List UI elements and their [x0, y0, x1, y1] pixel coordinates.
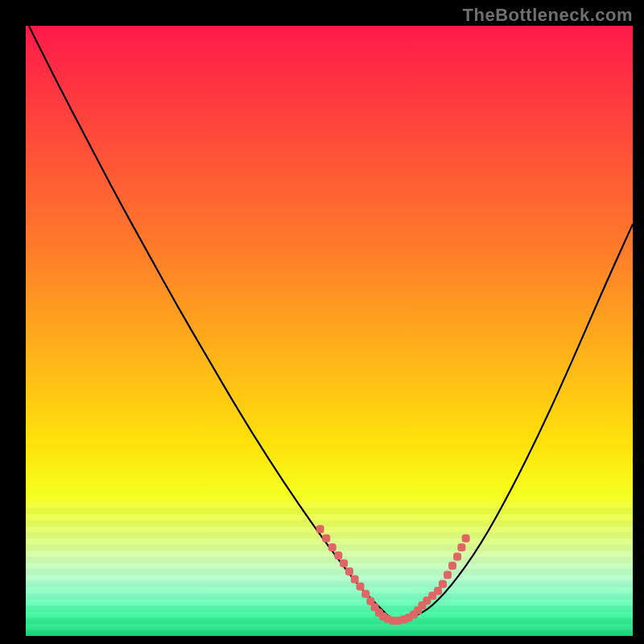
svg-rect-3 — [26, 520, 633, 526]
svg-rect-4 — [26, 526, 633, 533]
marker-dot — [345, 568, 353, 576]
marker-dot — [334, 551, 342, 559]
marker-dot — [462, 535, 470, 543]
svg-rect-8 — [26, 551, 633, 557]
svg-rect-0 — [26, 502, 633, 508]
svg-rect-19 — [26, 617, 633, 624]
marker-dot — [322, 535, 330, 543]
svg-rect-12 — [26, 575, 633, 581]
marker-dot — [444, 571, 452, 579]
svg-rect-21 — [26, 630, 633, 636]
svg-rect-1 — [26, 508, 633, 514]
marker-dot — [448, 562, 456, 570]
svg-rect-14 — [26, 587, 633, 593]
marker-dot — [316, 525, 324, 533]
marker-dot — [361, 590, 369, 598]
svg-rect-13 — [26, 581, 633, 588]
svg-rect-15 — [26, 593, 633, 600]
marker-dot — [340, 559, 348, 568]
svg-rect-9 — [26, 556, 633, 563]
marker-dot — [356, 583, 364, 591]
svg-rect-11 — [26, 569, 633, 576]
watermark-text: TheBottleneck.com — [463, 5, 633, 26]
marker-dot — [457, 543, 465, 551]
marker-dot — [351, 576, 359, 584]
svg-rect-16 — [26, 600, 633, 606]
marker-dot — [439, 580, 447, 588]
svg-rect-17 — [26, 605, 633, 612]
svg-rect-18 — [26, 612, 633, 618]
svg-rect-20 — [26, 624, 633, 630]
marker-dot — [453, 552, 461, 560]
chart-canvas — [0, 0, 644, 644]
svg-rect-10 — [26, 563, 633, 569]
marker-dot — [328, 543, 336, 551]
gradient-bands — [26, 502, 633, 636]
svg-rect-2 — [26, 514, 633, 520]
